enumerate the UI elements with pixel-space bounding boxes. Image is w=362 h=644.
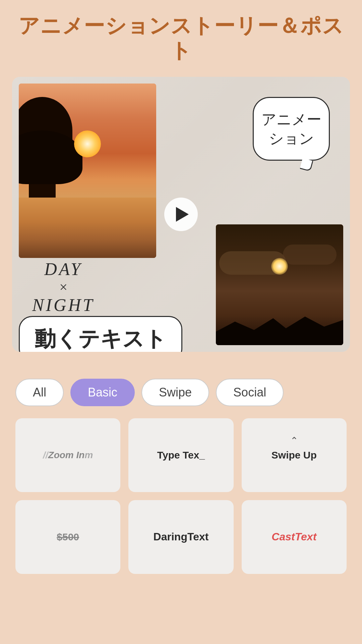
moving-text-label: 動くテキスト	[35, 327, 167, 351]
swipe-up-arrow-icon: ⌃	[290, 435, 298, 446]
play-icon	[176, 207, 189, 222]
page-wrapper: アニメーションストーリー＆ポスト	[0, 0, 362, 644]
cloud-2	[283, 245, 337, 265]
preset-daring-text[interactable]: DaringText	[128, 500, 233, 574]
night-label: NIGHT	[32, 295, 95, 315]
filter-section: All Basic Swipe Social //Zoom Inm Type T…	[12, 379, 350, 574]
play-button[interactable]	[164, 198, 198, 231]
bubble-text: アニメーション	[260, 110, 322, 148]
tab-basic[interactable]: Basic	[70, 379, 135, 406]
preset-cast-text[interactable]: CastText	[242, 500, 347, 574]
preset-strikethrough[interactable]: $500	[15, 500, 120, 574]
preset-zoom-in[interactable]: //Zoom Inm	[15, 418, 120, 492]
filter-tabs: All Basic Swipe Social	[15, 379, 347, 406]
tab-swipe[interactable]: Swipe	[141, 379, 209, 406]
preset-cast-text-label: CastText	[268, 531, 320, 543]
day-label: DAY	[32, 259, 95, 279]
sunset-photo	[19, 84, 156, 258]
preview-inner: DAY × NIGHT アニメーション 動くテキスト	[12, 77, 350, 352]
preset-daring-text-label: DaringText	[150, 531, 212, 543]
moving-text-bubble: 動くテキスト	[19, 316, 182, 352]
night-photo	[216, 224, 343, 345]
photo-bottom-right	[216, 224, 343, 345]
presets-grid: //Zoom Inm Type Tex_ ⌃ Swipe Up $500 Dar…	[15, 418, 347, 574]
sun-glow	[74, 130, 101, 157]
mountain-silhouette	[216, 312, 343, 345]
animation-speech-bubble: アニメーション	[253, 97, 330, 161]
preset-type-text-label: Type Tex_	[154, 449, 208, 461]
photo-top-left	[19, 84, 156, 258]
preset-swipe-up[interactable]: ⌃ Swipe Up	[242, 418, 347, 492]
page-title: アニメーションストーリー＆ポスト	[12, 13, 350, 63]
preset-zoom-in-label: //Zoom Inm	[40, 450, 96, 461]
cross-label: ×	[32, 279, 95, 295]
preset-swipe-up-label: Swipe Up	[268, 449, 320, 461]
water-reflection	[19, 198, 156, 258]
day-night-text: DAY × NIGHT	[32, 259, 95, 315]
preset-type-text[interactable]: Type Tex_	[128, 418, 233, 492]
preview-card: DAY × NIGHT アニメーション 動くテキスト	[12, 77, 350, 352]
tab-social[interactable]: Social	[216, 379, 284, 406]
tab-all[interactable]: All	[15, 379, 64, 406]
preset-strikethrough-label: $500	[53, 531, 82, 543]
moon-glow	[271, 258, 288, 275]
